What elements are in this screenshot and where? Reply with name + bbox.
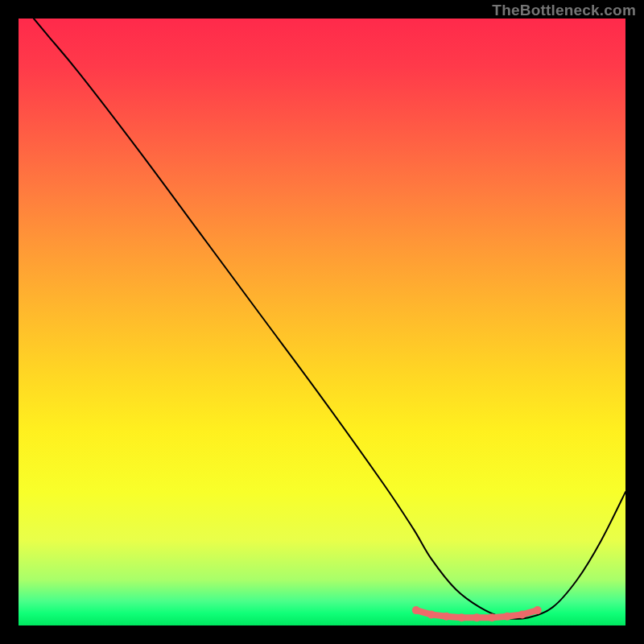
plot-area bbox=[19, 19, 625, 625]
fit-range-dot bbox=[518, 610, 526, 618]
chart-frame: TheBottleneck.com bbox=[0, 0, 644, 644]
dots-svg bbox=[19, 19, 625, 625]
fit-range-dot bbox=[503, 613, 511, 621]
fit-range-dots bbox=[412, 606, 542, 621]
fit-range-dot bbox=[412, 606, 420, 614]
watermark-text: TheBottleneck.com bbox=[492, 2, 636, 19]
fit-range-dot bbox=[457, 613, 465, 621]
fit-range-dot bbox=[534, 606, 542, 614]
fit-range-dot bbox=[473, 613, 481, 621]
fit-range-dot bbox=[488, 613, 496, 621]
fit-range-dot bbox=[443, 613, 451, 621]
fit-range-dot bbox=[427, 610, 436, 618]
